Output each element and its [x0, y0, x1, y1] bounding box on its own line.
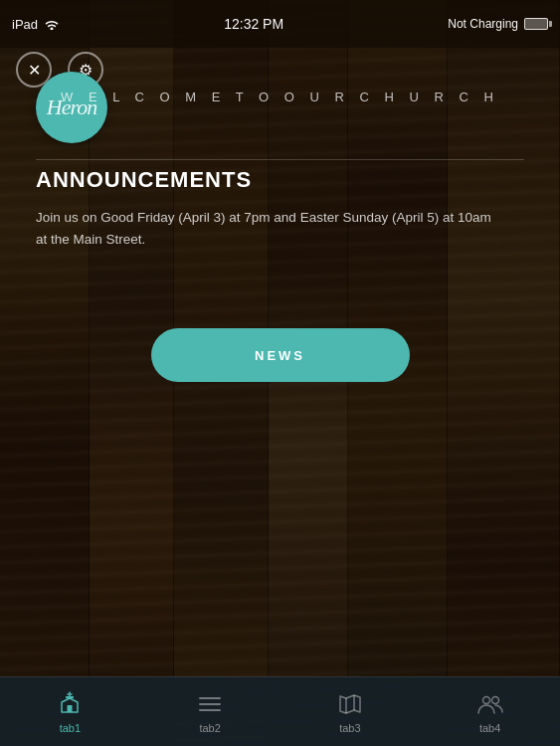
tab-item-3[interactable]: tab3 [280, 690, 421, 734]
tab-label-4: tab4 [479, 722, 500, 734]
map-icon [336, 690, 364, 718]
tab-item-4[interactable]: tab4 [420, 690, 560, 734]
close-icon: ✕ [28, 61, 41, 80]
svg-rect-1 [68, 705, 73, 712]
main-content: ANNOUNCEMENTS Join us on Good Friday (Ap… [36, 167, 524, 250]
tab-item-1[interactable]: tab1 [0, 690, 140, 734]
wifi-icon [44, 18, 60, 30]
tab-label-3: tab3 [339, 722, 360, 734]
status-time: 12:32 PM [224, 16, 283, 32]
logo-circle: Heron [36, 72, 107, 143]
news-button-container: NEWS [151, 328, 410, 382]
svg-point-8 [491, 696, 498, 703]
announcements-title: ANNOUNCEMENTS [36, 167, 524, 193]
people-icon [476, 690, 504, 718]
status-left: iPad [12, 17, 60, 32]
device-label: iPad [12, 17, 38, 32]
svg-point-7 [482, 696, 489, 703]
news-button[interactable]: NEWS [151, 328, 410, 382]
welcome-text: W E L C O M E T O O U R C H U R C H [0, 90, 560, 104]
divider [36, 159, 524, 160]
tab-item-2[interactable]: tab2 [140, 690, 280, 734]
status-right: Not Charging [448, 17, 548, 31]
status-bar: iPad 12:32 PM Not Charging [0, 0, 560, 48]
menu-icon [196, 690, 224, 718]
church-icon [56, 690, 84, 718]
tab-label-1: tab1 [60, 722, 81, 734]
announcements-body: Join us on Good Friday (April 3) at 7pm … [36, 207, 493, 250]
tab-bar: tab1 tab2 tab3 tab4 [0, 676, 560, 746]
tab-label-2: tab2 [199, 722, 220, 734]
charging-label: Not Charging [448, 17, 518, 31]
battery-icon [524, 18, 548, 30]
